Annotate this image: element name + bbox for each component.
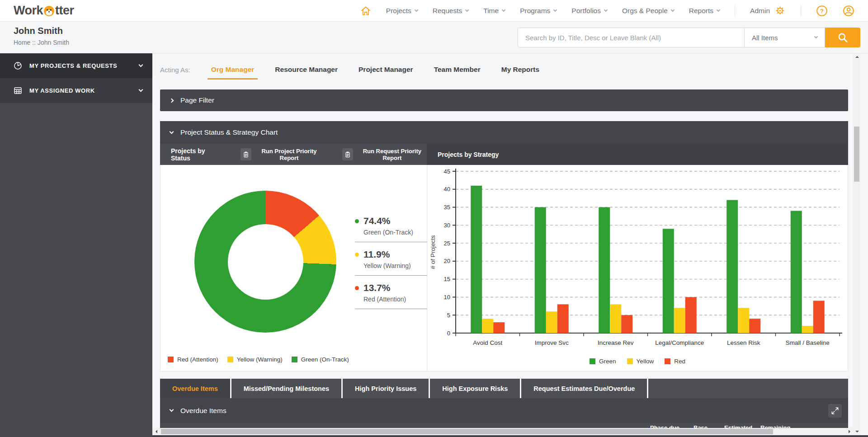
status-percent: 11.9% [363, 249, 390, 260]
nav-item-label: Orgs & People [622, 7, 668, 15]
expand-icon [830, 406, 840, 415]
tab-missed-pending-milestones[interactable]: Missed/Pending Milestones [231, 379, 341, 398]
vertical-scrollbar[interactable] [853, 53, 860, 435]
legend-item-yellow: Yellow [627, 358, 654, 365]
workotter-logo[interactable]: Work tter [14, 4, 74, 18]
nav-item-programs[interactable]: Programs [520, 7, 557, 15]
acting-tab-team-member[interactable]: Team Member [434, 57, 481, 82]
svg-text:25: 25 [444, 240, 450, 247]
donut-legend: Red (Attention)Yellow (Warning)Green (On… [168, 356, 349, 363]
chevron-down-icon [671, 8, 675, 11]
sidebar-item-my-assigned-work[interactable]: MY ASSIGNED WORK [0, 78, 152, 103]
scroll-down-arrow[interactable] [853, 428, 861, 435]
nav-item-reports[interactable]: Reports [689, 7, 720, 15]
scroll-up-arrow[interactable] [853, 53, 861, 61]
svg-text:Lessen Risk: Lessen Risk [727, 339, 760, 346]
nav-item-admin[interactable]: Admin [750, 7, 770, 15]
workotter-dashboard: Work tter ProjectsRequestsTimeProgramsPo… [0, 0, 868, 437]
section-header[interactable]: Project Status & Strategy Chart [160, 121, 848, 144]
main-content: Acting As: Org ManagerResource ManagerPr… [152, 53, 868, 437]
report-icon [241, 148, 251, 160]
nav-item-orgs-people[interactable]: Orgs & People [622, 7, 674, 15]
page-filter-header[interactable]: Page Filter [160, 89, 848, 111]
home-icon[interactable] [360, 5, 371, 16]
status-dot [355, 253, 359, 257]
nav-item-requests[interactable]: Requests [433, 7, 468, 15]
search-input[interactable] [518, 28, 745, 47]
run-project-priority-report-button[interactable]: Run Project Priority Report [241, 148, 322, 161]
pie-chart-icon [13, 61, 23, 70]
search-scope-value: All Items [752, 34, 778, 42]
status-stat-green-on-track: 74.4%Green (On-Track) [355, 216, 427, 242]
status-strategy-section: Project Status & Strategy Chart Projects… [160, 121, 848, 371]
top-navigation: ProjectsRequestsTimeProgramsPortfoliosOr… [360, 5, 854, 17]
projects-by-status-header: Projects by Status Run Project Priority … [160, 144, 427, 165]
svg-text:40: 40 [444, 186, 450, 193]
search-button[interactable] [825, 28, 860, 47]
acting-tab-project-manager[interactable]: Project Manager [359, 57, 413, 82]
vertical-scrollbar-thumb[interactable] [854, 127, 859, 182]
page-title: John Smith [14, 26, 69, 36]
nav-item-projects[interactable]: Projects [386, 7, 418, 15]
bar-chart-legend: GreenYellowRed [427, 358, 848, 365]
chart-subheaders: Projects by Status Run Project Priority … [160, 144, 848, 165]
overdue-column-remaining: Remaining [760, 424, 790, 428]
charts-area: 74.4%Green (On-Track)11.9%Yellow (Warnin… [160, 165, 848, 371]
legend-label: Green (On-Track) [301, 356, 349, 363]
legend-item-yellow-warning: Yellow (Warning) [227, 356, 283, 363]
svg-text:35: 35 [444, 204, 450, 211]
acting-tab-my-reports[interactable]: My Reports [501, 57, 539, 82]
legend-label: Green [599, 358, 616, 365]
projects-by-status-chart-panel: 74.4%Green (On-Track)11.9%Yellow (Warnin… [160, 165, 427, 371]
search-icon [837, 32, 849, 43]
legend-label: Yellow [637, 358, 654, 365]
page-filter-label: Page Filter [180, 96, 214, 104]
legend-label: Yellow (Warning) [237, 356, 283, 363]
acting-as-label: Acting As: [160, 66, 190, 74]
report-button-label: Run Project Priority Report [256, 148, 322, 161]
acting-as-tabs: Acting As: Org ManagerResource ManagerPr… [160, 57, 848, 82]
svg-text:20: 20 [444, 258, 450, 264]
nav-divider [801, 5, 801, 17]
help-icon[interactable]: ? [816, 5, 828, 17]
top-bar: Work tter ProjectsRequestsTimeProgramsPo… [0, 0, 868, 22]
horizontal-scrollbar[interactable] [152, 428, 853, 435]
tab-overdue-items[interactable]: Overdue Items [160, 379, 230, 398]
sidebar-item-label: MY ASSIGNED WORK [29, 87, 95, 94]
overdue-items-header[interactable]: Overdue Items [160, 398, 848, 423]
overdue-column-phase-due: Phase due [650, 424, 679, 428]
scroll-left-arrow[interactable] [152, 428, 160, 435]
svg-text:# of Projects: # of Projects [429, 235, 436, 269]
sidebar-item-my-projects-requests[interactable]: MY PROJECTS & REQUESTS [0, 53, 152, 78]
scroll-right-arrow[interactable] [845, 428, 853, 435]
nav-item-portfolios[interactable]: Portfolios [571, 7, 607, 15]
run-request-priority-report-button[interactable]: Run Request Priority Report [342, 148, 427, 161]
user-account-icon[interactable] [843, 5, 854, 17]
tab-high-exposure-risks[interactable]: High Exposure Risks [430, 379, 520, 398]
chevron-right-icon [170, 98, 174, 103]
tab-high-priority-issues[interactable]: High Priority Issues [343, 379, 429, 398]
acting-tab-org-manager[interactable]: Org Manager [211, 57, 255, 82]
projects-by-strategy-chart-panel: 051015202530354045Avoid CostImprove SvcI… [427, 165, 848, 371]
nav-item-label: Portfolios [571, 7, 601, 15]
legend-swatch [168, 357, 174, 362]
chevron-down-icon [553, 8, 557, 11]
tab-strip-filler [648, 379, 848, 398]
nav-divider [735, 5, 735, 17]
search-scope-select[interactable]: All Items [745, 28, 825, 47]
donut-chart [194, 191, 336, 333]
gear-icon[interactable] [774, 5, 786, 16]
acting-tab-resource-manager[interactable]: Resource Manager [275, 57, 338, 82]
svg-text:45: 45 [444, 168, 450, 175]
tab-request-estimates-due-overdue[interactable]: Request Estimates Due/Overdue [521, 379, 647, 398]
status-label: Yellow (Warning) [363, 262, 427, 269]
overdue-column-base: Base [693, 424, 708, 428]
svg-text:Avoid Cost: Avoid Cost [473, 339, 502, 346]
legend-swatch [227, 357, 233, 362]
nav-item-time[interactable]: Time [483, 7, 505, 15]
horizontal-scrollbar-thumb[interactable] [161, 429, 773, 434]
sidebar: MY PROJECTS & REQUESTS MY ASSIGNED WORK [0, 53, 152, 437]
section-title: Project Status & Strategy Chart [180, 128, 278, 136]
expand-button[interactable] [828, 404, 842, 418]
chevron-down-icon [814, 35, 818, 38]
